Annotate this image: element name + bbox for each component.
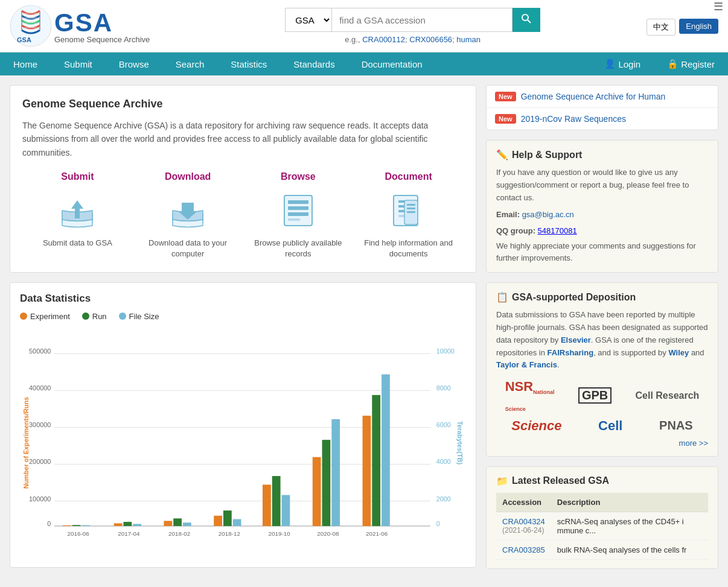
legend-experiment: Experiment xyxy=(20,312,70,321)
journal-pnas: PNAS xyxy=(659,419,693,433)
support-text: If you have any question or would like t… xyxy=(496,167,708,204)
support-email: Email: gsa@big.ac.cn xyxy=(496,209,708,221)
wiley-link[interactable]: Wiley xyxy=(668,348,689,357)
desc-cell-2: bulk RNA-Seq analyses of the cells fr xyxy=(551,540,708,559)
svg-rect-11 xyxy=(288,200,308,204)
latest-table-header: Accession Description xyxy=(496,493,708,512)
nav-submit[interactable]: Submit xyxy=(51,53,106,75)
svg-point-8 xyxy=(522,14,528,21)
filesize-dot xyxy=(119,313,126,320)
feature-download[interactable]: Download Download data to your computer xyxy=(139,171,237,259)
journal-nsr: NSRNationalScience xyxy=(505,379,555,412)
announcements-card: New Genome Sequence Archive for Human Ne… xyxy=(486,85,718,130)
search-input[interactable] xyxy=(331,8,512,32)
journal-science: Science xyxy=(511,418,561,434)
elsevier-link[interactable]: Elsevier xyxy=(561,335,591,344)
svg-text:10000: 10000 xyxy=(436,347,455,355)
search-icon xyxy=(521,13,532,24)
lang-cn-button[interactable]: 中文 xyxy=(647,19,675,36)
lang-en-button[interactable]: English xyxy=(679,19,718,34)
feature-browse-desc: Browse publicly available records xyxy=(249,238,346,259)
nav-documentation[interactable]: Documentation xyxy=(348,53,436,75)
latest-title: 📁 Latest Released GSA xyxy=(496,475,708,487)
svg-rect-45 xyxy=(72,525,81,526)
svg-rect-57 xyxy=(223,510,232,526)
chart-menu-icon[interactable]: ☰ xyxy=(714,0,723,13)
nav-browse[interactable]: Browse xyxy=(106,53,162,75)
hint-link-cra[interactable]: CRA000112 xyxy=(362,35,405,44)
nav-standards[interactable]: Standards xyxy=(280,53,348,75)
announcement-link-2[interactable]: 2019-nCov Raw Sequences xyxy=(521,114,626,124)
feature-download-desc: Download data to your computer xyxy=(139,238,237,259)
intro-title: Genome Sequence Archive xyxy=(22,98,464,110)
taylor-francis-link[interactable]: Taylor & Francis xyxy=(496,360,557,369)
feature-document-title: Document xyxy=(385,171,432,182)
hint-link-crx[interactable]: CRX006656 xyxy=(409,35,452,44)
col-accession: Accession xyxy=(496,493,551,512)
svg-rect-62 xyxy=(282,495,290,525)
more-link[interactable]: more >> xyxy=(679,439,708,448)
accession-link-2[interactable]: CRA003285 xyxy=(502,545,545,554)
chart-area: Number of Experiments/Runs 500000 400000… xyxy=(20,328,466,557)
svg-rect-61 xyxy=(272,476,281,526)
svg-text:300000: 300000 xyxy=(29,421,51,428)
legend-filesize: File Size xyxy=(119,312,159,321)
svg-text:6000: 6000 xyxy=(436,421,451,428)
legend-run: Run xyxy=(82,312,107,321)
journal-cell: Cell xyxy=(598,418,622,434)
feature-submit[interactable]: Submit Submit data to GSA xyxy=(29,171,126,259)
fairsharing-link[interactable]: FAIRsharing xyxy=(548,348,594,357)
svg-rect-48 xyxy=(114,523,123,526)
svg-text:GSA: GSA xyxy=(17,36,31,43)
user-icon: 👤 xyxy=(604,59,616,69)
svg-rect-68 xyxy=(363,416,371,526)
feature-browse[interactable]: Browse Browse publicly available records xyxy=(249,171,346,259)
svg-rect-70 xyxy=(382,374,390,525)
feature-download-title: Download xyxy=(165,171,211,182)
announcement-link-1[interactable]: Genome Sequence Archive for Human xyxy=(521,92,666,101)
svg-text:100000: 100000 xyxy=(29,495,51,502)
deposition-icon: 📋 xyxy=(496,291,508,303)
svg-rect-65 xyxy=(322,440,331,526)
svg-rect-22 xyxy=(407,208,415,209)
support-qq-link[interactable]: 548170081 xyxy=(538,226,577,235)
search-hint: e.g., CRA000112; CRX006656; human xyxy=(345,35,481,44)
search-type-select[interactable]: GSA HRA xyxy=(285,8,331,32)
legend-filesize-label: File Size xyxy=(129,312,159,321)
intro-card: Genome Sequence Archive The Genome Seque… xyxy=(10,85,476,273)
support-email-link[interactable]: gsa@big.ac.cn xyxy=(522,210,574,219)
nav-login[interactable]: 👤 Login xyxy=(591,52,654,75)
nav-statistics[interactable]: Statistics xyxy=(217,53,280,75)
svg-rect-54 xyxy=(183,522,191,526)
nav-home[interactable]: Home xyxy=(0,53,51,75)
search-button[interactable] xyxy=(512,8,540,32)
svg-rect-46 xyxy=(81,525,90,525)
accession-cell-2: CRA003285 xyxy=(496,540,551,559)
svg-text:2016-06: 2016-06 xyxy=(67,530,89,536)
logo-gsa-text: GSA xyxy=(54,8,150,37)
svg-rect-53 xyxy=(173,518,182,526)
browse-icon xyxy=(277,189,319,232)
svg-text:4000: 4000 xyxy=(436,458,451,465)
feature-document[interactable]: Document Find help information and docum… xyxy=(360,171,457,259)
bar-chart: Number of Experiments/Runs 500000 400000… xyxy=(20,328,466,557)
latest-icon: 📁 xyxy=(496,475,508,487)
hint-link-human[interactable]: human xyxy=(456,35,481,44)
feature-submit-desc: Submit data to GSA xyxy=(43,238,112,249)
svg-rect-21 xyxy=(407,204,415,206)
svg-text:2021-06: 2021-06 xyxy=(366,530,388,536)
nav-search[interactable]: Search xyxy=(162,53,218,75)
language-switcher: 中文 English xyxy=(647,16,718,36)
accession-link-1[interactable]: CRA004324 xyxy=(502,517,545,526)
svg-rect-64 xyxy=(313,457,321,525)
statistics-title: Data Statistics xyxy=(20,293,466,305)
latest-released-card: 📁 Latest Released GSA Accession Descript… xyxy=(486,466,718,569)
legend-experiment-label: Experiment xyxy=(30,312,70,321)
nav-register[interactable]: 🔒 Register xyxy=(654,52,728,75)
accession-cell-1: CRA004324 (2021-06-24) xyxy=(496,512,551,540)
lock-icon: 🔒 xyxy=(667,59,679,69)
main-content: Genome Sequence Archive The Genome Seque… xyxy=(0,75,728,579)
journal-gpb: GPB xyxy=(578,387,611,404)
svg-rect-60 xyxy=(263,484,271,526)
feature-document-desc: Find help information and documents xyxy=(360,238,457,259)
